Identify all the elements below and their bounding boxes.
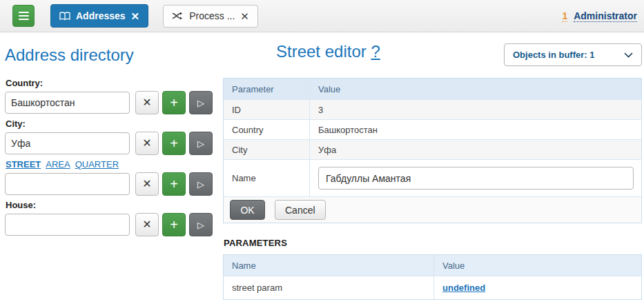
country-input[interactable] — [5, 92, 130, 114]
street-run-button[interactable]: ▷ — [189, 172, 213, 196]
column-header-value: Value — [310, 79, 641, 99]
user-area: 1 Administrator — [562, 10, 637, 22]
cancel-button[interactable]: Cancel — [275, 200, 326, 220]
city-label: City: — [6, 119, 213, 129]
street-type-tabs: STREETAREAQUARTER — [6, 159, 213, 170]
play-icon: ▷ — [197, 99, 204, 108]
row-param: Name — [224, 160, 310, 196]
street-input[interactable] — [5, 173, 130, 195]
buffer-dropdown[interactable]: Objects in buffer: 1 — [504, 43, 642, 66]
house-input[interactable] — [5, 214, 130, 236]
tab-area[interactable]: AREA — [46, 159, 70, 170]
buffer-dropdown-label: Objects in buffer: 1 — [513, 50, 594, 60]
topbar: Addresses ✕ Process ... ✕ 1 Administrato… — [0, 0, 644, 32]
menu-button[interactable] — [12, 5, 35, 27]
house-row: ✕ + ▷ — [5, 213, 213, 236]
city-clear-button[interactable]: ✕ — [135, 132, 159, 155]
column-header-value: Value — [434, 255, 641, 276]
clear-icon: ✕ — [142, 219, 151, 230]
ok-button[interactable]: OK — [230, 200, 265, 220]
row-param: Country — [224, 120, 310, 139]
help-link[interactable]: ? — [371, 42, 380, 61]
table-row-city: City Уфа — [224, 139, 641, 159]
close-icon[interactable]: ✕ — [131, 11, 140, 21]
house-run-button[interactable]: ▷ — [189, 213, 213, 236]
editor-footer: OK Cancel — [224, 196, 641, 223]
city-row: ✕ + ▷ — [5, 132, 213, 155]
country-label: Country: — [6, 78, 213, 88]
notification-count[interactable]: 1 — [562, 10, 567, 22]
tab-quarter[interactable]: QUARTER — [75, 159, 119, 170]
tab-street[interactable]: STREET — [6, 159, 41, 170]
clear-icon: ✕ — [142, 97, 151, 108]
param-name: street param — [224, 276, 434, 299]
tab-process[interactable]: Process ... ✕ — [163, 5, 258, 28]
city-run-button[interactable]: ▷ — [189, 132, 213, 155]
row-param: ID — [224, 100, 310, 119]
address-directory-panel: Address directory Country: ✕ + ▷ City: ✕… — [5, 41, 213, 239]
book-icon — [59, 12, 70, 21]
clear-icon: ✕ — [142, 138, 151, 149]
editor-table-header: Parameter Value — [224, 79, 641, 99]
table-row-id: ID 3 — [224, 99, 641, 119]
page-title: Address directory — [5, 45, 213, 65]
row-value: Уфа — [310, 140, 641, 159]
play-icon: ▷ — [197, 139, 204, 148]
app-window: Addresses ✕ Process ... ✕ 1 Administrato… — [0, 0, 644, 306]
editor-table: Parameter Value ID 3 Country Башкортоста… — [223, 78, 642, 223]
house-clear-button[interactable]: ✕ — [135, 213, 159, 236]
table-row-country: Country Башкортостан — [224, 119, 641, 139]
country-row: ✕ + ▷ — [5, 91, 213, 114]
play-icon: ▷ — [197, 180, 204, 189]
tab-label: Addresses — [76, 10, 126, 21]
editor-title: Street editor ? — [276, 42, 380, 61]
parameters-title: PARAMETERS — [224, 238, 642, 248]
play-icon: ▷ — [197, 221, 204, 229]
tab-label: Process ... — [189, 10, 235, 21]
editor-header: Street editor ? Objects in buffer: 1 — [223, 41, 642, 78]
close-icon[interactable]: ✕ — [240, 11, 249, 21]
tab-addresses[interactable]: Addresses ✕ — [50, 4, 148, 28]
country-clear-button[interactable]: ✕ — [135, 91, 159, 114]
column-header-parameter: Parameter — [224, 79, 310, 99]
house-label: House: — [6, 200, 213, 210]
param-value-link[interactable]: undefined — [442, 283, 485, 293]
street-row: ✕ + ▷ — [5, 172, 213, 196]
row-value: 3 — [310, 100, 641, 119]
street-editor-panel: Street editor ? Objects in buffer: 1 Par… — [223, 41, 642, 300]
city-input[interactable] — [5, 132, 130, 154]
plus-icon: + — [170, 218, 178, 232]
street-add-button[interactable]: + — [162, 172, 186, 196]
street-clear-button[interactable]: ✕ — [135, 172, 159, 196]
shuffle-icon — [172, 12, 184, 20]
parameters-table-header: Name Value — [224, 255, 641, 276]
house-add-button[interactable]: + — [162, 213, 186, 236]
table-row-name: Name — [224, 159, 641, 196]
row-param: City — [224, 140, 310, 159]
parameters-table: Name Value street param undefined — [223, 254, 642, 300]
plus-icon: + — [170, 177, 178, 191]
chevron-down-icon — [624, 52, 633, 58]
row-value: Башкортостан — [310, 120, 641, 139]
country-run-button[interactable]: ▷ — [189, 91, 213, 114]
plus-icon: + — [170, 96, 178, 110]
table-row-street-param: street param undefined — [224, 276, 641, 299]
country-add-button[interactable]: + — [162, 91, 186, 114]
clear-icon: ✕ — [142, 178, 151, 190]
city-add-button[interactable]: + — [162, 132, 186, 155]
user-menu[interactable]: Administrator — [574, 10, 637, 22]
name-input[interactable] — [318, 167, 634, 190]
hamburger-icon — [19, 12, 29, 13]
plus-icon: + — [170, 136, 178, 150]
column-header-name: Name — [224, 255, 434, 276]
